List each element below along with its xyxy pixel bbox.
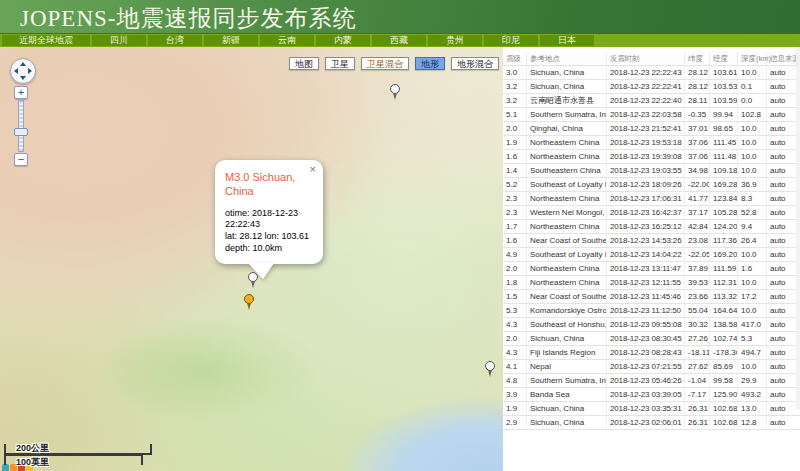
table-cell: 36.9 bbox=[738, 178, 767, 191]
zoom-slider-track[interactable] bbox=[18, 100, 24, 152]
pan-up-icon[interactable] bbox=[20, 62, 26, 66]
table-cell: 8.3 bbox=[738, 192, 767, 205]
menu-item-7[interactable]: 西藏 bbox=[372, 35, 426, 46]
map-marker-yellow[interactable] bbox=[244, 294, 255, 311]
map-canvas[interactable]: + − 地图卫星卫星混合地形地形混合 × M3.0 Sichuan, China… bbox=[0, 47, 503, 471]
table-body: 3.0Sichuan, China2018-12-23 22:22:4328.1… bbox=[503, 66, 800, 430]
table-cell: Fiji Islands Region bbox=[527, 346, 607, 359]
table-row[interactable]: 1.6Northeastern China2018-12-23 19:39:08… bbox=[503, 150, 800, 164]
table-row[interactable]: 2.9Sichuan, China2018-12-23 02:06:0126.3… bbox=[503, 416, 800, 430]
table-cell: 125.90 bbox=[710, 388, 738, 401]
map-pan-control[interactable] bbox=[10, 58, 36, 84]
table-cell: 111.59 bbox=[710, 262, 738, 275]
map-type-button-3[interactable]: 卫星混合 bbox=[361, 57, 409, 70]
table-row[interactable]: 3.2云南昭通市永善县2018-12-23 22:22:4028.11103.5… bbox=[503, 94, 800, 108]
table-row[interactable]: 1.9Northeastern China2018-12-23 19:53:18… bbox=[503, 136, 800, 150]
menu-item-9[interactable]: 印尼 bbox=[484, 35, 538, 46]
table-cell: Nepal bbox=[527, 360, 607, 373]
table-row[interactable]: 1.6Near Coast of Southeast2018-12-23 14:… bbox=[503, 234, 800, 248]
table-cell: Northeastern China bbox=[527, 150, 607, 163]
table-cell: Sichuan, China bbox=[527, 80, 607, 93]
table-cell: Near Coast of Southeast bbox=[527, 234, 607, 247]
map-type-button-4[interactable]: 地形 bbox=[415, 57, 445, 70]
pin-spike-icon bbox=[488, 370, 492, 377]
table-cell: 13.0 bbox=[738, 402, 767, 415]
table-cell: -18.11 bbox=[685, 346, 710, 359]
table-cell: 28.12 bbox=[685, 80, 710, 93]
table-cell: 2018-12-23 18:09:26 bbox=[607, 178, 685, 191]
table-cell: 2018-12-23 09:55:08 bbox=[607, 318, 685, 331]
map-type-button-1[interactable]: 地图 bbox=[289, 57, 319, 70]
map-type-button-5[interactable]: 地形混合 bbox=[451, 57, 499, 70]
table-cell: 123.84 bbox=[710, 192, 738, 205]
popup-title: M3.0 Sichuan, China bbox=[225, 171, 315, 199]
table-cell: 2018-12-23 16:42:37 bbox=[607, 206, 685, 219]
column-header-4: 纬度 bbox=[685, 52, 710, 65]
table-cell: Komandorskiye Ostrova I bbox=[527, 304, 607, 317]
table-row[interactable]: 2.0Northeastern China2018-12-23 13:11:47… bbox=[503, 262, 800, 276]
table-cell: 10.0 bbox=[738, 360, 767, 373]
table-row[interactable]: 1.8Northeastern China2018-12-23 12:11:55… bbox=[503, 276, 800, 290]
scale-bar-miles: 100英里 bbox=[4, 454, 143, 465]
table-cell: 37.06 bbox=[685, 150, 710, 163]
table-row[interactable]: 4.1Nepal2018-12-23 07:21:5527.6285.6910.… bbox=[503, 360, 800, 374]
table-cell: 113.32 bbox=[710, 290, 738, 303]
table-cell: 2018-12-23 08:30:45 bbox=[607, 332, 685, 345]
table-cell: 102.68 bbox=[710, 402, 738, 415]
table-row[interactable]: 5.3Komandorskiye Ostrova I2018-12-23 11:… bbox=[503, 304, 800, 318]
menu-item-4[interactable]: 新疆 bbox=[204, 35, 258, 46]
table-cell: 9.4 bbox=[738, 220, 767, 233]
zoom-out-button[interactable]: − bbox=[14, 153, 28, 166]
table-cell: Qinghai, China bbox=[527, 122, 607, 135]
table-row[interactable]: 3.2Sichuan, China2018-12-23 22:22:4128.1… bbox=[503, 80, 800, 94]
table-row[interactable]: 1.4Southeastern China2018-12-23 19:03:55… bbox=[503, 164, 800, 178]
table-row[interactable]: 2.0Qinghai, China2018-12-23 21:52:4137.0… bbox=[503, 122, 800, 136]
table-row[interactable]: 4.3Fiji Islands Region2018-12-23 08:28:4… bbox=[503, 346, 800, 360]
table-row[interactable]: 3.9Banda Sea2018-12-23 03:39:05-7.17125.… bbox=[503, 388, 800, 402]
table-cell: auto bbox=[767, 304, 796, 317]
table-cell: 37.17 bbox=[685, 206, 710, 219]
pin-spike-icon bbox=[393, 93, 397, 100]
menu-item-8[interactable]: 贵州 bbox=[428, 35, 482, 46]
table-row[interactable]: 1.7Northeastern China2018-12-23 16:25:12… bbox=[503, 220, 800, 234]
table-cell: 4.8 bbox=[503, 374, 527, 387]
map-marker-white[interactable] bbox=[485, 361, 496, 378]
pan-down-icon[interactable] bbox=[20, 76, 26, 80]
map-marker-white[interactable] bbox=[390, 84, 401, 101]
pan-right-icon[interactable] bbox=[28, 68, 32, 74]
pan-left-icon[interactable] bbox=[14, 68, 18, 74]
table-cell: Banda Sea bbox=[527, 388, 607, 401]
table-cell: 10.0 bbox=[738, 136, 767, 149]
menu-item-3[interactable]: 台湾 bbox=[148, 35, 202, 46]
table-row[interactable]: 4.3Southeast of Honshu, Jap2018-12-23 09… bbox=[503, 318, 800, 332]
table-row[interactable]: 4.9Southeast of Loyalty Islar2018-12-23 … bbox=[503, 248, 800, 262]
table-cell: 10.0 bbox=[738, 276, 767, 289]
table-row[interactable]: 5.1Southern Sumatra, Indon2018-12-23 22:… bbox=[503, 108, 800, 122]
zoom-in-button[interactable]: + bbox=[14, 86, 28, 99]
table-cell: 27.62 bbox=[685, 360, 710, 373]
table-cell: 494.7 bbox=[738, 346, 767, 359]
menu-item-10[interactable]: 日本 bbox=[540, 35, 594, 46]
table-cell: 23.66 bbox=[685, 290, 710, 303]
menu-item-2[interactable]: 四川 bbox=[92, 35, 146, 46]
table-row[interactable]: 1.9Sichuan, China2018-12-23 03:35:3126.3… bbox=[503, 402, 800, 416]
table-row[interactable]: 2.0Sichuan, China2018-12-23 08:30:4527.2… bbox=[503, 332, 800, 346]
table-row[interactable]: 2.3Western Nei Mongol, Chi2018-12-23 16:… bbox=[503, 206, 800, 220]
table-cell: 2018-12-23 03:39:05 bbox=[607, 388, 685, 401]
menu-item-1[interactable]: 近期全球地震 bbox=[2, 35, 90, 46]
table-row[interactable]: 2.3Northeastern China2018-12-23 17:06:31… bbox=[503, 192, 800, 206]
menu-item-5[interactable]: 云南 bbox=[260, 35, 314, 46]
zoom-slider-handle[interactable] bbox=[14, 128, 28, 136]
popup-close-icon[interactable]: × bbox=[310, 164, 316, 175]
map-type-button-2[interactable]: 卫星 bbox=[325, 57, 355, 70]
table-cell: 2018-12-23 21:52:41 bbox=[607, 122, 685, 135]
table-cell: auto bbox=[767, 360, 796, 373]
table-cell: Northeastern China bbox=[527, 262, 607, 275]
table-row[interactable]: 1.5Near Coast of Southeast2018-12-23 11:… bbox=[503, 290, 800, 304]
table-cell: 5.2 bbox=[503, 178, 527, 191]
table-row[interactable]: 3.0Sichuan, China2018-12-23 22:22:4328.1… bbox=[503, 66, 800, 80]
table-scrollbar[interactable] bbox=[796, 47, 800, 409]
table-row[interactable]: 5.2Southeast of Loyalty Islar2018-12-23 … bbox=[503, 178, 800, 192]
menu-item-6[interactable]: 内蒙 bbox=[316, 35, 370, 46]
table-row[interactable]: 4.8Southern Sumatra, Indon2018-12-23 05:… bbox=[503, 374, 800, 388]
